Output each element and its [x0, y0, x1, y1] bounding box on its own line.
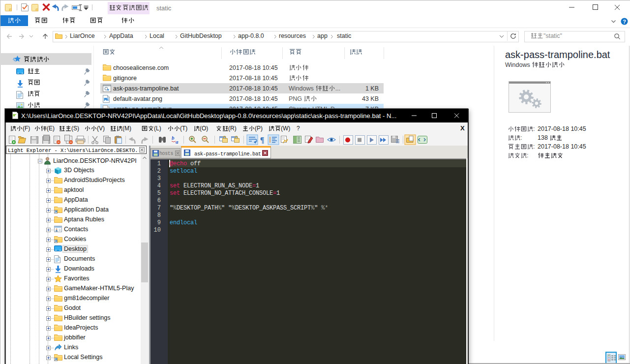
svg-text:¶: ¶	[260, 136, 265, 144]
svg-text:b: b	[172, 135, 175, 141]
svg-text:?: ?	[623, 19, 626, 25]
svg-text:a: a	[176, 139, 179, 145]
